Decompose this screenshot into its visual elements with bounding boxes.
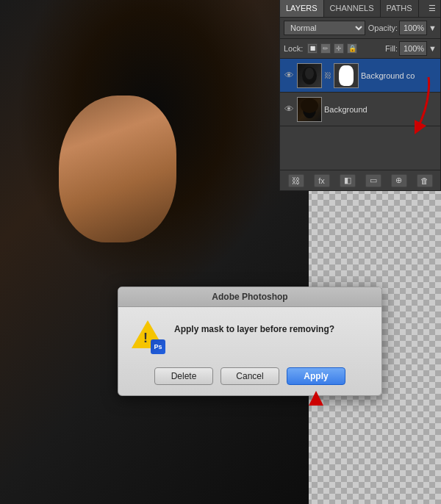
svg-point-1 [305,68,314,79]
tab-channels[interactable]: CHANNELS [324,0,381,17]
new-layer-btn[interactable]: ⊕ [391,174,407,187]
photoshop-dialog: Adobe Photoshop ! Ps Apply mask to layer… [118,287,382,396]
visibility-icon-bg-copy[interactable]: 👁 [283,70,295,82]
blend-opacity-row: Normal Opacity: ▼ [280,18,440,39]
lock-fill-row: Lock: 🔲 ✏ ✛ 🔒 Fill: ▼ [280,39,440,59]
lock-all-icon[interactable]: 🔒 [347,43,357,54]
fill-input[interactable] [399,41,427,56]
mask-btn[interactable]: ▭ [365,174,381,187]
panel-options-icon[interactable]: ☰ [424,0,440,17]
apply-button[interactable]: Apply [287,367,345,385]
fx-btn[interactable]: fx [314,174,330,187]
mask-silhouette [339,65,354,86]
cancel-button[interactable]: Cancel [220,367,279,385]
fill-label: Fill: [385,44,398,53]
opacity-group: Opacity: ▼ [368,21,437,35]
layer-mask-thumb-copy [334,63,359,88]
photo-face [59,96,176,242]
opacity-arrow[interactable]: ▼ [429,24,437,32]
panel-tabs: LAYERS CHANNELS PATHS ☰ [280,0,440,18]
layer-link-icon: ⛓ [324,71,331,79]
delete-button[interactable]: Delete [154,367,213,385]
red-arrow-apply [309,391,323,406]
tab-paths[interactable]: PATHS [381,0,419,17]
lock-brush-icon[interactable]: ✏ [320,43,331,54]
fill-group: Fill: ▼ [385,41,437,56]
layer-thumb-bg [297,97,322,122]
warning-exclamation: ! [143,331,148,346]
lock-move-icon[interactable]: ✛ [334,43,344,54]
visibility-icon-bg[interactable]: 👁 [283,104,295,115]
blend-mode-select[interactable]: Normal [284,21,365,35]
tab-layers[interactable]: LAYERS [280,0,324,17]
dialog-title: Adobe Photoshop [118,287,381,307]
opacity-label: Opacity: [368,24,398,32]
fill-arrow[interactable]: ▼ [429,44,437,53]
lock-pixels-icon[interactable]: 🔲 [307,43,318,54]
layer-name-bg: Background [324,105,437,114]
link-layers-btn[interactable]: ⛓ [288,174,304,187]
lock-label: Lock: [284,44,303,53]
layers-toolbar: ⛓ fx ◧ ▭ ⊕ 🗑 [280,170,440,190]
dialog-icon: ! Ps [130,319,165,354]
layer-name-bg-copy: Background co [361,71,437,80]
ps-badge: Ps [151,339,165,354]
dialog-buttons: Delete Cancel Apply [118,361,381,395]
layer-row-bg[interactable]: 👁 Background [280,93,440,126]
delete-layer-btn[interactable]: 🗑 [417,174,433,187]
photo-subject [0,0,309,504]
svg-point-3 [301,98,318,113]
layer-thumb-bg-copy [297,63,322,88]
opacity-input[interactable] [399,21,427,35]
layers-panel: LAYERS CHANNELS PATHS ☰ Normal Opacity: … [279,0,441,191]
layer-row-bg-copy[interactable]: 👁 ⛓ Background co [280,59,440,93]
dialog-message: Apply mask to layer before removing? [174,319,334,336]
dialog-body: ! Ps Apply mask to layer before removing… [118,307,381,361]
new-fill-btn[interactable]: ◧ [340,174,356,187]
